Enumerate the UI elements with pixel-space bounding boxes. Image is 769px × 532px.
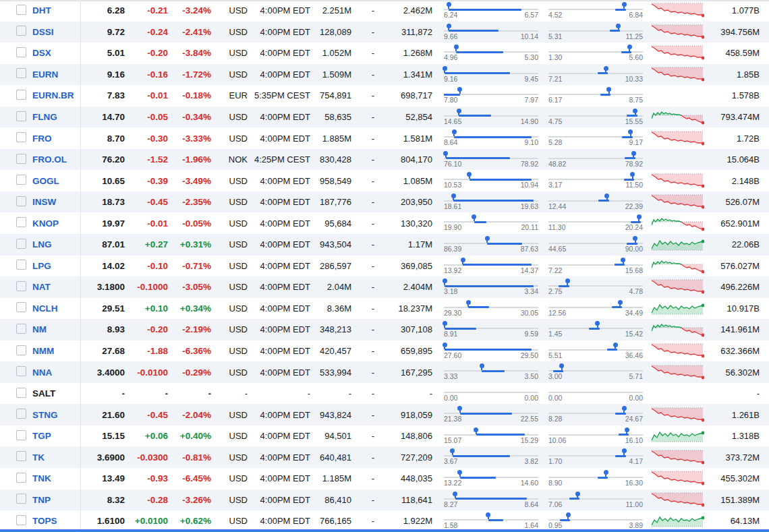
change-percent: +0.34% <box>168 303 211 314</box>
symbol-link[interactable]: FRO <box>32 134 52 144</box>
row-checkbox[interactable] <box>16 388 26 398</box>
range-marker-icon <box>633 236 637 241</box>
symbol-cell: FLNG <box>32 107 81 128</box>
row-checkbox[interactable] <box>16 132 26 142</box>
symbol-link[interactable]: TNP <box>32 495 51 505</box>
change-value: -0.0300 <box>125 452 168 463</box>
row-checkbox[interactable] <box>16 47 26 57</box>
week52-range-high: 24.67 <box>625 415 643 423</box>
symbol-link[interactable]: TOPS <box>32 516 57 526</box>
day-range-high: 9.45 <box>525 75 538 83</box>
symbol-cell: TOPS <box>32 510 81 532</box>
range-marker-icon <box>480 363 484 368</box>
row-checkbox[interactable] <box>16 473 26 483</box>
row-checkbox[interactable] <box>16 196 26 206</box>
week52-range-cell: 48.82 78.92 <box>538 149 643 171</box>
change-value: +0.0100 <box>125 516 168 526</box>
range-marker-icon <box>622 406 627 411</box>
range-marker-icon <box>485 236 490 241</box>
day-range-high: 87.63 <box>521 245 538 253</box>
symbol-link[interactable]: NCLH <box>32 303 58 314</box>
row-checkbox[interactable] <box>16 239 26 249</box>
row-checkbox[interactable] <box>16 324 26 334</box>
symbol-link[interactable]: DSSI <box>32 27 54 37</box>
sparkline-chart <box>643 108 705 126</box>
symbol-link[interactable]: DHT <box>32 5 51 16</box>
symbol-link[interactable]: FRO.OL <box>32 154 67 165</box>
week52-range-high: 22.39 <box>625 202 643 210</box>
range-marker-icon <box>621 258 625 262</box>
row-checkbox[interactable] <box>16 26 26 36</box>
row-checkbox[interactable] <box>16 345 26 355</box>
volume: 58,635 <box>310 112 351 122</box>
symbol-link[interactable]: FLNG <box>32 112 57 122</box>
volume: 1.185M <box>310 473 351 483</box>
symbol-link[interactable]: DSX <box>32 48 51 58</box>
change-percent: -1.72% <box>168 69 211 80</box>
checkbox-cell <box>0 196 32 208</box>
row-checkbox[interactable] <box>16 175 26 185</box>
row-checkbox[interactable] <box>16 302 26 312</box>
row-checkbox[interactable] <box>16 68 26 78</box>
change-percent: -1.96% <box>168 154 211 165</box>
symbol-link[interactable]: INSW <box>32 197 56 207</box>
last-price: 13.49 <box>81 473 125 483</box>
row-checkbox[interactable] <box>16 217 26 227</box>
symbol-link[interactable]: STNG <box>32 410 58 420</box>
change-value: -0.30 <box>125 134 168 144</box>
row-checkbox[interactable] <box>16 5 26 15</box>
row-checkbox[interactable] <box>16 430 26 440</box>
avg-volume: 727,209 <box>374 452 432 463</box>
range-track <box>548 498 643 500</box>
table-row: NAT 3.1800 -0.1000 -3.05% USD 4:00PM EDT… <box>0 276 769 298</box>
symbol-link[interactable]: TNK <box>32 473 51 483</box>
day-range-widget: 15.07 15.29 <box>444 425 538 447</box>
range-marker-icon <box>575 492 580 496</box>
avg-volume: 130,320 <box>374 218 432 229</box>
row-checkbox[interactable] <box>16 111 26 121</box>
row-checkbox[interactable] <box>16 154 26 164</box>
symbol-link[interactable]: GOGL <box>32 176 59 186</box>
symbol-link[interactable]: EURN.BR <box>32 90 74 100</box>
row-checkbox[interactable] <box>16 90 26 100</box>
range-segment <box>468 306 489 308</box>
range-segment <box>459 115 491 117</box>
symbol-link[interactable]: EURN <box>32 69 58 80</box>
volume: 286,597 <box>310 261 351 271</box>
row-checkbox[interactable] <box>16 260 26 270</box>
last-price: 15.15 <box>81 431 125 441</box>
symbol-link[interactable]: NNA <box>32 367 52 378</box>
week52-range-high: 6.84 <box>629 11 643 19</box>
table-row: TOPS 1.6100 +0.0100 +0.62% USD 4:00PM ED… <box>0 510 769 532</box>
day-range-low: 21.38 <box>444 415 461 423</box>
day-range-high: 29.50 <box>521 351 538 359</box>
row-checkbox[interactable] <box>16 515 26 525</box>
market-cap: 1.261B <box>705 410 764 420</box>
row-checkbox[interactable] <box>16 409 26 419</box>
range-marker-icon <box>565 278 570 283</box>
avg-volume: 1.17M <box>374 239 432 249</box>
change-percent: -0.05% <box>168 218 211 229</box>
week52-range-cell: 12.56 34.49 <box>538 298 643 320</box>
volume: 95,684 <box>310 218 351 229</box>
symbol-link[interactable]: NAT <box>32 282 51 292</box>
avg-volume: 203,950 <box>374 197 432 207</box>
symbol-link[interactable]: NMM <box>32 346 54 356</box>
symbol-link[interactable]: KNOP <box>32 218 59 229</box>
bottom-scroll-indicator[interactable] <box>0 529 769 532</box>
row-checkbox[interactable] <box>16 451 26 461</box>
change-value: -0.20 <box>125 48 168 58</box>
last-price: - <box>81 388 125 398</box>
currency: USD <box>211 516 248 526</box>
row-checkbox[interactable] <box>16 494 26 504</box>
symbol-link[interactable]: LNG <box>32 239 52 249</box>
symbol-link[interactable]: NM <box>32 324 47 334</box>
range-marker-icon <box>457 470 462 475</box>
symbol-link[interactable]: TK <box>32 452 45 463</box>
symbol-link[interactable]: TGP <box>32 431 51 441</box>
range-marker-icon <box>452 129 457 134</box>
symbol-link[interactable]: LPG <box>32 261 51 271</box>
row-checkbox[interactable] <box>16 366 26 376</box>
row-checkbox[interactable] <box>16 281 26 291</box>
week52-range-low: 7.22 <box>548 266 562 274</box>
